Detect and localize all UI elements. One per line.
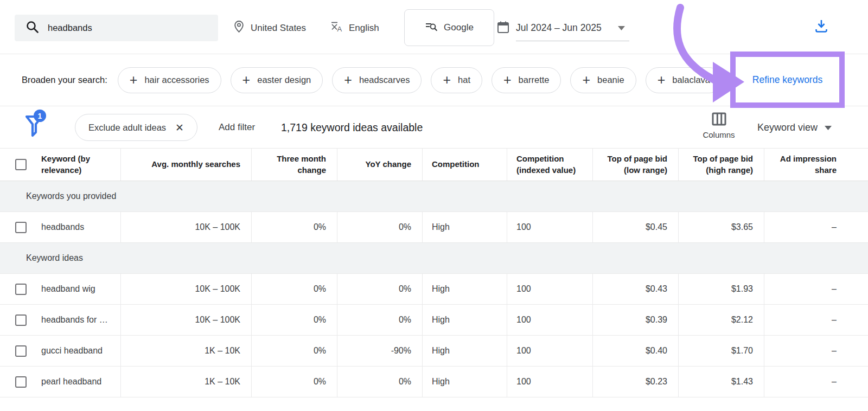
data-cell: 0% (337, 274, 422, 304)
chevron-down-icon (618, 22, 625, 34)
column-header-label: Top of page bid (high range) (690, 153, 753, 176)
language-selector[interactable]: A English (330, 15, 379, 41)
cell-value: 0% (314, 222, 326, 232)
results-summary: 1,719 keyword ideas available (281, 106, 423, 149)
cell-value: – (832, 377, 837, 387)
broaden-chip-barrette[interactable]: +barrette (492, 67, 561, 93)
cell-value: 10K – 100K (195, 222, 240, 232)
cell-value: – (832, 222, 837, 232)
column-header[interactable]: YoY change (337, 149, 422, 181)
refine-keywords-link[interactable]: Refine keywords (752, 74, 822, 86)
column-header[interactable]: Top of page bid (low range) (592, 149, 678, 181)
section-header-row: Keyword ideas (0, 243, 868, 274)
cell-value: $0.23 (646, 377, 667, 387)
data-cell: 10K – 100K (120, 212, 251, 242)
broaden-chip-headscarves[interactable]: +headscarves (332, 67, 422, 93)
cell-value: $0.45 (646, 222, 667, 232)
data-cell: $3.65 (678, 212, 764, 242)
chip-label: beanie (597, 75, 624, 85)
section-header-row: Keywords you provided (0, 181, 868, 212)
location-pin-icon (233, 20, 245, 36)
cell-value: $0.39 (646, 315, 667, 325)
cell-value: 0% (314, 346, 326, 356)
location-label: United States (251, 23, 306, 34)
cell-value: 0% (314, 315, 326, 325)
column-header[interactable]: Three month change (251, 149, 337, 181)
cell-value: $1.43 (731, 377, 753, 387)
keyword-label: headbands for … (41, 315, 108, 325)
search-input-value: headbands (48, 23, 92, 33)
cell-value: 100 (516, 284, 531, 294)
cell-value: 100 (516, 346, 531, 356)
data-cell: 1K – 10K (120, 367, 251, 397)
chip-label: easter design (257, 75, 311, 85)
topbar: headbands United States A English Google… (0, 0, 868, 54)
cell-value: $1.70 (731, 346, 753, 356)
data-cell: 100 (507, 274, 592, 304)
cell-value: $1.93 (731, 284, 753, 294)
column-header-label: Avg. monthly searches (151, 159, 240, 170)
table-row: headbands10K – 100K0%0%High100$0.45$3.65… (0, 212, 868, 243)
chip-label: balaclava (672, 75, 710, 85)
keyword-search-input[interactable]: headbands (15, 15, 218, 41)
data-cell: – (764, 336, 868, 366)
cell-value: 0% (399, 222, 411, 232)
keyword-cell: headbands for … (0, 305, 120, 335)
keyword-cell: headbands (0, 212, 120, 242)
data-cell: $0.45 (592, 212, 678, 242)
refine-keywords-highlight-box: Refine keywords (730, 52, 845, 108)
row-checkbox[interactable] (15, 314, 27, 326)
cell-value: 1K – 10K (205, 377, 240, 387)
data-cell: 10K – 100K (120, 305, 251, 335)
broaden-chip-hair-accessories[interactable]: +hair accessories (118, 67, 221, 93)
download-button[interactable] (814, 18, 829, 35)
data-cell: 0% (251, 274, 337, 304)
cell-value: 100 (516, 315, 531, 325)
broaden-chip-beanie[interactable]: +beanie (570, 67, 636, 93)
data-cell: 100 (507, 336, 592, 366)
cell-value: 0% (314, 284, 326, 294)
broaden-chip-easter-design[interactable]: +easter design (231, 67, 323, 93)
row-checkbox[interactable] (15, 376, 27, 388)
column-header[interactable]: Avg. monthly searches (120, 149, 251, 181)
keyword-label: headband wig (41, 284, 95, 294)
column-header[interactable]: Ad impression share (764, 149, 868, 181)
date-range-picker[interactable]: Jul 2024 – Jun 2025 (497, 15, 629, 41)
remove-filter-icon[interactable]: ✕ (175, 123, 184, 133)
active-filter-label: Exclude adult ideas (88, 123, 166, 133)
broaden-chip-balaclava[interactable]: +balaclava (646, 67, 722, 93)
column-header[interactable]: Competition (indexed value) (507, 149, 592, 181)
network-selector-button[interactable]: Google (404, 9, 494, 46)
data-cell: 0% (251, 367, 337, 397)
view-selector[interactable]: Keyword view (757, 106, 832, 149)
cell-value: High (432, 284, 450, 294)
location-selector[interactable]: United States (233, 15, 306, 41)
row-checkbox[interactable] (15, 222, 27, 233)
column-header[interactable]: Competition (422, 149, 507, 181)
add-filter-button[interactable]: Add filter (219, 106, 255, 149)
chip-label: headscarves (359, 75, 410, 85)
data-cell: 100 (507, 212, 592, 242)
select-all-checkbox[interactable] (15, 159, 27, 170)
column-header[interactable]: Top of page bid (high range) (678, 149, 764, 181)
cell-value: 0% (399, 377, 411, 387)
table-row: headbands for …10K – 100K0%0%High100$0.3… (0, 305, 868, 336)
active-filter-chip[interactable]: Exclude adult ideas ✕ (75, 114, 197, 141)
data-cell: 100 (507, 305, 592, 335)
table-body: Keywords you providedheadbands10K – 100K… (0, 181, 868, 397)
columns-button[interactable]: Columns (702, 112, 736, 139)
data-cell: $1.93 (678, 274, 764, 304)
row-checkbox[interactable] (15, 345, 27, 357)
cell-value: $2.12 (731, 315, 753, 325)
broaden-chip-hat[interactable]: +hat (431, 67, 482, 93)
section-label: Keywords you provided (26, 191, 116, 201)
table-row: pearl headband1K – 10K0%0%High100$0.23$1… (0, 367, 868, 397)
translate-icon: A (330, 20, 343, 36)
table-row: headband wig10K – 100K0%0%High100$0.43$1… (0, 274, 868, 305)
cell-value: High (432, 377, 450, 387)
data-cell: – (764, 305, 868, 335)
filter-count-badge: 1 (34, 110, 46, 122)
column-header[interactable]: Keyword (by relevance) (0, 149, 120, 181)
row-checkbox[interactable] (15, 284, 27, 295)
keyword-label: pearl headband (41, 377, 101, 387)
